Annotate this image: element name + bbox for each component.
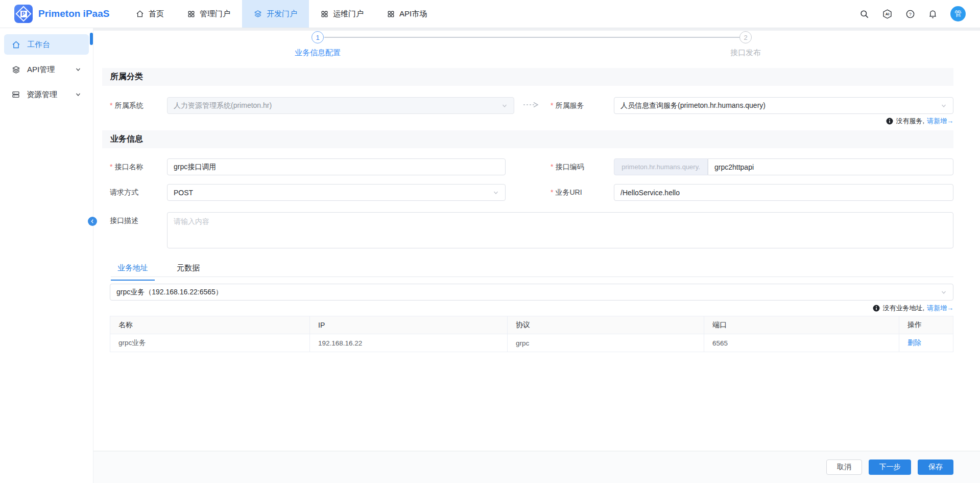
section-title-business: 业务信息 xyxy=(102,130,953,148)
address-hint-text: 没有业务地址, xyxy=(882,304,924,313)
api-code-input[interactable] xyxy=(708,158,953,175)
address-hint: 没有业务地址,请新增→ xyxy=(873,304,953,313)
col-header-ip: IP xyxy=(310,316,508,334)
nav-item-home[interactable]: 首页 xyxy=(124,0,176,28)
api-code-prefix: primeton.hr.humans.query. xyxy=(614,158,708,175)
notification-bell-icon[interactable] xyxy=(928,9,938,19)
service-hint-text: 没有服务, xyxy=(896,117,924,126)
sidebar-item-resource-management[interactable]: 资源管理 xyxy=(4,84,89,105)
delete-link[interactable]: 删除 xyxy=(907,338,921,348)
required-marker: * xyxy=(110,163,112,171)
table-header-row: 名称 IP 协议 端口 操作 xyxy=(110,316,953,334)
required-marker: * xyxy=(551,163,553,171)
brand-name: Primeton iPaaS xyxy=(38,8,109,19)
step-2-circle: 2 xyxy=(739,31,752,43)
navbar-tools: AI ? 管 xyxy=(859,6,980,21)
apps-grid-icon xyxy=(387,10,395,18)
cell-ip: 192.168.16.22 xyxy=(310,334,508,352)
ai-assistant-icon[interactable]: AI xyxy=(882,9,893,19)
info-icon xyxy=(886,118,893,125)
description-textarea[interactable] xyxy=(167,212,953,248)
service-add-link[interactable]: 请新增→ xyxy=(927,117,953,126)
uri-input[interactable] xyxy=(614,184,953,201)
help-icon[interactable]: ? xyxy=(905,9,915,19)
chevron-down-icon xyxy=(493,190,499,196)
sidebar-item-label: API管理 xyxy=(27,65,55,75)
left-sidebar: 工作台 API管理 资源管理 xyxy=(0,28,93,483)
nav-item-label: API市场 xyxy=(399,9,427,19)
method-select-value: POST xyxy=(174,189,193,197)
col-header-name: 名称 xyxy=(110,316,310,334)
address-tabs: 业务地址 元数据 xyxy=(111,263,206,281)
api-code-label: *接口编码 xyxy=(551,163,584,172)
method-select[interactable]: POST xyxy=(167,184,506,201)
content-card: 1 2 业务信息配置 接口发布 所属分类 *所属系统 人力资源管理系统(prim… xyxy=(93,31,980,451)
api-name-input[interactable] xyxy=(167,158,506,175)
step-1-circle: 1 xyxy=(312,31,324,43)
system-label: *所属系统 xyxy=(110,101,143,110)
tab-business-address[interactable]: 业务地址 xyxy=(111,263,155,281)
cancel-button[interactable]: 取消 xyxy=(826,459,862,475)
nav-item-dev-portal[interactable]: 开发门户 xyxy=(242,0,309,28)
chevron-down-icon xyxy=(75,91,81,98)
brand: P Primeton iPaaS xyxy=(0,5,124,23)
sidebar-item-label: 资源管理 xyxy=(27,90,57,100)
col-header-port: 端口 xyxy=(704,316,899,334)
chevron-down-icon xyxy=(941,103,947,109)
sidebar-item-workbench[interactable]: 工作台 xyxy=(4,34,89,55)
business-address-select[interactable]: grpc业务（192.168.16.22:6565） xyxy=(110,284,953,301)
chevron-down-icon xyxy=(501,103,508,109)
server-icon xyxy=(12,90,20,99)
home-icon xyxy=(12,40,20,49)
layers-icon xyxy=(12,65,20,74)
search-icon[interactable] xyxy=(859,9,869,19)
logo-letter: P xyxy=(20,11,27,17)
apps-grid-icon xyxy=(187,10,195,18)
svg-text:AI: AI xyxy=(886,12,889,16)
nav-item-api-market[interactable]: API市场 xyxy=(375,0,439,28)
save-button[interactable]: 保存 xyxy=(918,459,953,475)
chevron-down-icon xyxy=(941,289,947,295)
required-marker: * xyxy=(110,101,112,109)
cell-name: grpc业务 xyxy=(110,334,310,352)
description-label: 接口描述 xyxy=(110,216,138,225)
uri-label: *业务URI xyxy=(551,188,582,197)
chevron-left-icon xyxy=(90,219,95,224)
tab-metadata[interactable]: 元数据 xyxy=(170,263,206,281)
service-label: *所属服务 xyxy=(551,101,584,110)
required-marker: * xyxy=(551,188,553,196)
user-avatar[interactable]: 管 xyxy=(950,6,966,21)
svg-text:?: ? xyxy=(909,11,912,16)
nav-item-label: 开发门户 xyxy=(267,9,297,19)
required-marker: * xyxy=(551,101,553,109)
cell-protocol: grpc xyxy=(508,334,704,352)
top-navbar: P Primeton iPaaS 首页 管理门户 开发门户 运维门户 xyxy=(0,0,980,28)
system-select-value: 人力资源管理系统(primeton.hr) xyxy=(174,101,272,110)
step-2-label: 接口发布 xyxy=(700,48,792,58)
service-select[interactable]: 人员信息查询服务(primeton.hr.humans.query) xyxy=(614,97,953,114)
nav-item-label: 首页 xyxy=(149,9,164,19)
nav-item-ops-portal[interactable]: 运维门户 xyxy=(309,0,375,28)
info-icon xyxy=(873,305,880,312)
apps-grid-icon xyxy=(321,10,328,18)
home-icon xyxy=(136,10,144,18)
main-area: 1 2 业务信息配置 接口发布 所属分类 *所属系统 人力资源管理系统(prim… xyxy=(93,28,980,483)
step-2-number: 2 xyxy=(744,34,747,41)
col-header-actions: 操作 xyxy=(899,316,953,334)
method-label: 请求方式 xyxy=(110,188,138,197)
sidebar-item-api-management[interactable]: API管理 xyxy=(4,59,89,80)
service-hint: 没有服务,请新增→ xyxy=(886,117,953,126)
step-1-number: 1 xyxy=(316,34,319,41)
dashed-arrow-icon xyxy=(523,101,539,108)
address-add-link[interactable]: 请新增→ xyxy=(927,304,953,313)
footer-action-bar: 取消 下一步 保存 xyxy=(93,451,980,483)
nav-item-admin-portal[interactable]: 管理门户 xyxy=(176,0,242,28)
sidebar-collapse-button[interactable] xyxy=(88,217,97,226)
layers-icon xyxy=(254,10,262,18)
col-header-protocol: 协议 xyxy=(508,316,704,334)
next-step-button[interactable]: 下一步 xyxy=(869,459,911,475)
cell-port: 6565 xyxy=(704,334,899,352)
system-select[interactable]: 人力资源管理系统(primeton.hr) xyxy=(167,97,514,114)
api-name-label: *接口名称 xyxy=(110,163,143,172)
content-accent-bar xyxy=(90,33,93,45)
